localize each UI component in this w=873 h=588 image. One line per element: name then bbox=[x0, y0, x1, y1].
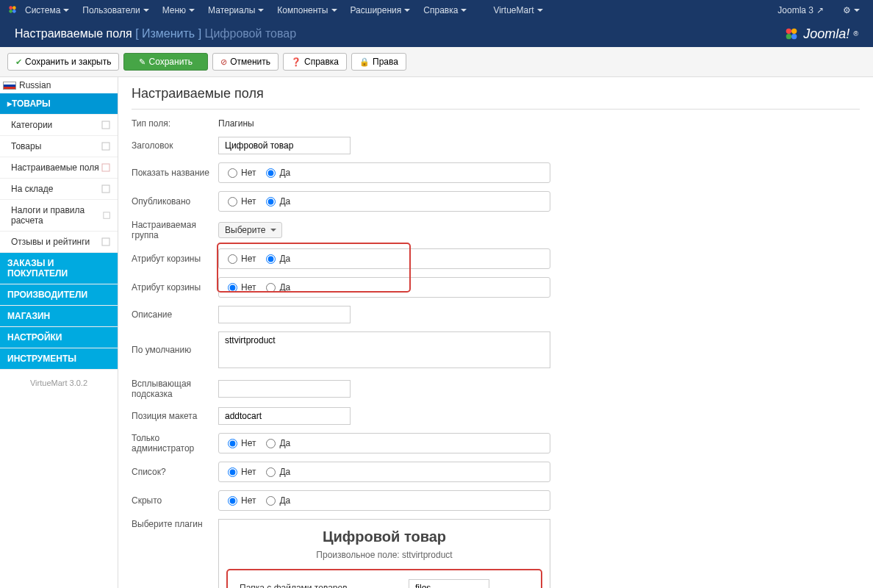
stock-icon bbox=[101, 184, 110, 193]
menu-users[interactable]: Пользователи bbox=[76, 5, 154, 15]
select-group[interactable]: Выберите bbox=[218, 222, 282, 238]
settings-link[interactable]: ⚙ bbox=[837, 5, 866, 15]
label-tooltip: Всплывающая подсказка bbox=[132, 379, 218, 399]
tax-icon bbox=[103, 211, 110, 220]
input-title[interactable] bbox=[218, 137, 351, 154]
caret-down-icon bbox=[331, 9, 337, 12]
input-layout[interactable] bbox=[218, 407, 351, 425]
joomla-icon bbox=[7, 4, 18, 17]
label-is-list: Список? bbox=[132, 467, 218, 477]
sidebar-settings[interactable]: НАСТРОЙКИ bbox=[0, 327, 118, 348]
sidebar-tools[interactable]: ИНСТРУМЕНТЫ bbox=[0, 348, 118, 370]
sidebar-shop[interactable]: МАГАЗИН bbox=[0, 306, 118, 327]
label-hidden: Скрыто bbox=[132, 495, 218, 506]
radio-is-list[interactable]: Нет Да bbox=[218, 462, 550, 482]
menu-extensions[interactable]: Расширения bbox=[345, 5, 417, 15]
input-tooltip[interactable] bbox=[218, 380, 351, 398]
radio-admin-only[interactable]: Нет Да bbox=[218, 433, 550, 453]
caret-down-icon bbox=[189, 9, 195, 12]
label-type: Тип поля: bbox=[132, 118, 218, 129]
svg-rect-12 bbox=[104, 212, 109, 218]
cancel-button[interactable]: ⊘Отменить bbox=[212, 53, 279, 71]
input-desc[interactable] bbox=[218, 306, 351, 323]
page-title: Настраиваемые поля [ Изменить ] Цифровой… bbox=[15, 27, 296, 40]
content-heading: Настраиваемые поля bbox=[132, 86, 860, 110]
rights-button[interactable]: 🔒Права bbox=[351, 53, 406, 71]
save-button[interactable]: ✎Сохранить bbox=[123, 53, 208, 71]
menu-components[interactable]: Компоненты bbox=[271, 5, 342, 15]
label-select-plugin: Выберите плагин bbox=[132, 519, 218, 529]
label-admin-only: Только администратор bbox=[132, 433, 218, 453]
question-icon: ❓ bbox=[291, 57, 301, 67]
menu-virtuemart[interactable]: VirtueMart bbox=[487, 5, 548, 15]
lock-icon: 🔒 bbox=[359, 57, 370, 67]
sidebar-products[interactable]: ▸ ТОВАРЫ bbox=[0, 93, 118, 115]
radio-show-title[interactable]: Нет Да bbox=[218, 162, 550, 183]
help-button[interactable]: ❓Справка bbox=[283, 53, 347, 71]
svg-rect-13 bbox=[102, 238, 109, 245]
menu-help[interactable]: Справка bbox=[417, 5, 473, 15]
sidebar-reviews[interactable]: Отзывы и рейтинги bbox=[0, 232, 118, 253]
save-close-button[interactable]: ✔Сохранить и закрыть bbox=[7, 53, 119, 71]
list-icon bbox=[101, 121, 110, 129]
sidebar-products-sub[interactable]: Товары bbox=[0, 136, 118, 157]
label-folder: Папка с файлами товаров bbox=[240, 583, 409, 588]
label-cart-attr1: Атрибут корзины bbox=[132, 254, 218, 264]
radio-hidden[interactable]: Нет Да bbox=[218, 490, 550, 511]
highlight-box-2: Папка с файлами товаров Дней для скачива… bbox=[226, 569, 542, 588]
reviews-icon bbox=[101, 237, 110, 246]
svg-rect-8 bbox=[102, 121, 109, 129]
sidebar-categories[interactable]: Категории bbox=[0, 115, 118, 136]
caret-down-icon bbox=[258, 9, 264, 12]
menu-content[interactable]: Материалы bbox=[202, 5, 270, 15]
svg-point-5 bbox=[791, 29, 797, 34]
svg-rect-9 bbox=[102, 143, 109, 150]
plugin-title: Цифровой товар bbox=[219, 528, 550, 545]
svg-rect-10 bbox=[102, 164, 109, 171]
caret-down-icon bbox=[404, 9, 410, 12]
sidebar-taxes[interactable]: Налоги и правила расчета bbox=[0, 200, 118, 232]
label-title: Заголовок bbox=[132, 140, 218, 151]
external-link-icon: ↗ bbox=[816, 5, 824, 15]
label-layout: Позиция макета bbox=[132, 411, 218, 421]
input-folder[interactable] bbox=[409, 579, 489, 588]
svg-rect-11 bbox=[102, 185, 109, 193]
joomla-frontend-link[interactable]: Joomla 3 ↗ bbox=[772, 5, 830, 15]
joomla-logo: Joomla!® bbox=[783, 26, 858, 42]
box-icon bbox=[101, 142, 110, 151]
menu-menu[interactable]: Меню bbox=[157, 5, 201, 15]
label-default: По умолчанию bbox=[132, 331, 218, 355]
label-published: Опубликовано bbox=[132, 196, 218, 207]
textarea-default[interactable]: sttvirtproduct bbox=[218, 331, 550, 368]
label-cart-attr2: Атрибут корзины bbox=[132, 282, 218, 293]
caret-down-icon bbox=[63, 9, 69, 12]
caret-down-icon bbox=[537, 9, 543, 12]
language-selector[interactable]: Russian bbox=[0, 77, 118, 93]
svg-point-7 bbox=[791, 34, 797, 39]
svg-point-1 bbox=[12, 6, 16, 10]
sidebar-manufacturers[interactable]: ПРОИЗВОДИТЕЛИ bbox=[0, 284, 118, 306]
plugin-panel: Цифровой товар Произвольное поле: sttvir… bbox=[218, 519, 550, 588]
russian-flag-icon bbox=[3, 82, 16, 90]
radio-published[interactable]: Нет Да bbox=[218, 191, 550, 212]
sidebar-custom-fields[interactable]: Настраиваемые поля bbox=[0, 157, 118, 179]
version-label: VirtueMart 3.0.2 bbox=[0, 370, 118, 396]
value-type: Плагины bbox=[218, 118, 860, 129]
sidebar-orders[interactable]: ЗАКАЗЫ И ПОКУПАТЕЛИ bbox=[0, 253, 118, 284]
label-group: Настраиваемая группа bbox=[132, 220, 218, 240]
menu-system[interactable]: Система bbox=[19, 5, 75, 15]
sidebar-inventory[interactable]: На складе bbox=[0, 179, 118, 200]
svg-point-2 bbox=[9, 10, 12, 13]
label-desc: Описание bbox=[132, 309, 218, 320]
caret-down-icon bbox=[461, 9, 467, 12]
plugin-subtitle: Произвольное поле: sttvirtproduct bbox=[219, 550, 550, 560]
fields-icon bbox=[101, 163, 110, 172]
svg-point-6 bbox=[786, 34, 791, 39]
label-show-title: Показать название bbox=[132, 168, 218, 178]
caret-down-icon bbox=[854, 9, 860, 12]
gear-icon: ⚙ bbox=[843, 5, 851, 15]
radio-cart-attr1[interactable]: Нет Да bbox=[218, 248, 550, 269]
svg-point-4 bbox=[786, 29, 791, 34]
check-icon: ✔ bbox=[15, 57, 22, 67]
radio-cart-attr2[interactable]: Нет Да bbox=[218, 277, 550, 298]
